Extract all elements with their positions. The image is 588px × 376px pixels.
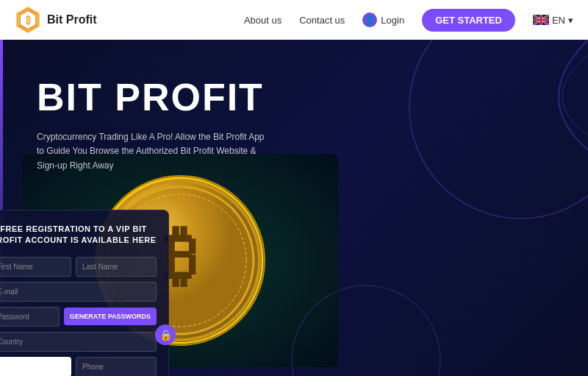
email-input[interactable]: [0, 282, 157, 302]
password-input[interactable]: [0, 307, 60, 327]
get-started-button[interactable]: GET STARTED: [422, 9, 515, 32]
logo-text: Bit Profit: [47, 13, 97, 26]
first-name-input[interactable]: [0, 257, 71, 277]
hero-content: BIT PROFIT Cryptocurrency Trading Like A…: [0, 40, 338, 195]
logo-area[interactable]: ₿ Bit Profit: [15, 7, 97, 33]
lang-chevron-icon: ▾: [568, 15, 573, 26]
nav-contact[interactable]: Contact us: [299, 15, 345, 26]
last-name-input[interactable]: [76, 257, 157, 277]
language-selector[interactable]: EN ▾: [533, 15, 573, 26]
nav-about[interactable]: About us: [244, 15, 282, 26]
generate-password-button[interactable]: GENERATE PASSWORDS: [64, 308, 157, 325]
form-title: FREE REGISTRATION TO A VIP BIT PROFIT AC…: [0, 224, 157, 246]
password-row: GENERATE PASSWORDS: [0, 307, 157, 327]
country-input[interactable]: [0, 332, 157, 352]
hero-subtitle: Cryptocurrency Trading Like A Pro! Allow…: [37, 130, 272, 173]
logo-icon: ₿: [15, 7, 41, 33]
svg-text:₿: ₿: [26, 14, 31, 26]
nav-links: About us Contact us 👤 Login GET STARTED …: [244, 9, 573, 32]
header: ₿ Bit Profit About us Contact us 👤 Login…: [0, 0, 588, 40]
hero-section: BIT PROFIT Cryptocurrency Trading Like A…: [0, 40, 588, 376]
decorative-curve: [441, 40, 588, 150]
email-row: [0, 282, 157, 302]
country-code-input[interactable]: [0, 357, 71, 376]
lock-badge: 🔒: [155, 324, 176, 345]
hero-title: BIT PROFIT: [37, 77, 316, 118]
phone-input[interactable]: [76, 357, 157, 376]
phone-row: [0, 357, 157, 376]
name-row: [0, 257, 157, 277]
lang-label: EN: [552, 15, 565, 26]
uk-flag-icon: [533, 15, 549, 25]
user-icon: 👤: [362, 13, 377, 27]
country-row: [0, 332, 157, 352]
login-label: Login: [381, 15, 404, 26]
nav-login[interactable]: 👤 Login: [362, 13, 404, 27]
registration-form: FREE REGISTRATION TO A VIP BIT PROFIT AC…: [0, 210, 169, 376]
